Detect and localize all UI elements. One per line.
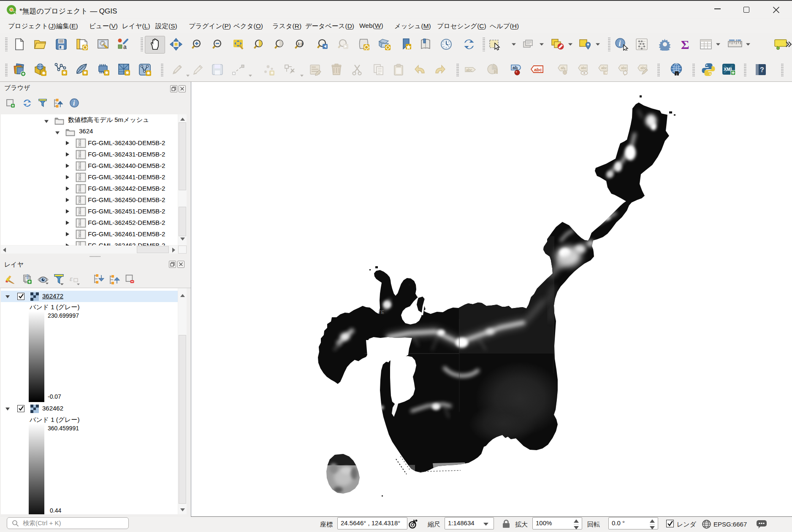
svg-text:a: a <box>123 43 127 50</box>
svg-text:1:1: 1:1 <box>298 42 303 46</box>
svg-text:ε: ε <box>70 275 73 283</box>
svg-text:ab: ab <box>513 65 518 70</box>
svg-text:i: i <box>619 39 621 48</box>
svg-text:abc: abc <box>581 66 587 70</box>
svg-text:abc: abc <box>601 66 607 70</box>
svg-text:abc: abc <box>534 67 542 72</box>
svg-text:abc: abc <box>621 66 627 70</box>
svg-text:ab: ab <box>561 66 565 70</box>
svg-text:abc: abc <box>466 68 472 72</box>
svg-text:TE: TE <box>378 310 384 315</box>
svg-text:i: i <box>73 100 75 107</box>
svg-text:?: ? <box>760 66 764 73</box>
svg-text:Σ: Σ <box>681 38 689 51</box>
